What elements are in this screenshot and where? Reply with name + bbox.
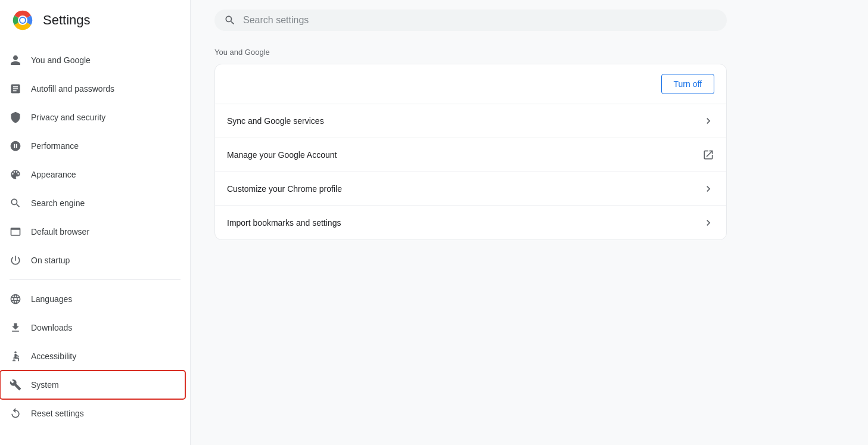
chevron-right-icon (702, 115, 714, 127)
sidebar-item-label: Appearance (31, 170, 76, 179)
customize-chrome-profile-label: Customize your Chrome profile (227, 184, 342, 194)
search-input[interactable] (243, 15, 717, 26)
import-bookmarks-row[interactable]: Import bookmarks and settings (215, 206, 726, 239)
search-icon (10, 197, 21, 209)
wrench-icon (10, 379, 21, 391)
reset-icon (10, 407, 21, 419)
search-icon (224, 14, 236, 26)
sidebar-item-label: Performance (31, 141, 79, 151)
sidebar-item-label: Languages (31, 294, 72, 304)
chevron-right-icon (702, 217, 714, 229)
autofill-icon (10, 83, 21, 95)
manage-google-account-label: Manage your Google Account (227, 150, 337, 160)
chevron-right-icon (702, 183, 714, 195)
svg-point-3 (20, 18, 25, 23)
sidebar-item-autofill-and-passwords[interactable]: Autofill and passwords (0, 74, 185, 103)
performance-icon (10, 140, 21, 152)
manage-google-account-row[interactable]: Manage your Google Account (215, 138, 726, 172)
sidebar-item-label: Accessibility (31, 351, 76, 361)
download-icon (10, 322, 21, 334)
sidebar-item-system[interactable]: System (0, 371, 185, 399)
sidebar-nav: You and Google Autofill and passwords Pr… (0, 41, 190, 445)
search-bar (214, 10, 727, 31)
sidebar-item-label: Search engine (31, 198, 85, 208)
external-link-icon (702, 149, 714, 161)
power-icon (10, 254, 21, 266)
browser-icon (10, 226, 21, 238)
sidebar-item-label: System (31, 380, 59, 390)
globe-icon (10, 293, 21, 305)
you-and-google-card: Turn off Sync and Google services Manage… (214, 64, 727, 240)
sidebar-item-label: Autofill and passwords (31, 84, 114, 94)
palette-icon (10, 169, 21, 181)
sync-google-services-label: Sync and Google services (227, 116, 324, 126)
search-bar-area (191, 0, 868, 41)
turn-off-button[interactable]: Turn off (661, 74, 714, 94)
sync-google-services-row[interactable]: Sync and Google services (215, 104, 726, 138)
sidebar: Settings You and Google Autofill and pas… (0, 0, 191, 445)
sidebar-item-label: You and Google (31, 55, 91, 65)
content-area: You and Google Turn off Sync and Google … (191, 41, 868, 264)
nav-divider (10, 279, 181, 280)
sidebar-item-appearance[interactable]: Appearance (0, 160, 185, 189)
app-title: Settings (43, 13, 91, 28)
import-bookmarks-label: Import bookmarks and settings (227, 218, 341, 228)
sidebar-item-search-engine[interactable]: Search engine (0, 189, 185, 217)
sidebar-item-privacy-and-security[interactable]: Privacy and security (0, 103, 185, 132)
sidebar-item-reset-settings[interactable]: Reset settings (0, 399, 185, 428)
chrome-logo-icon (12, 10, 33, 31)
sidebar-item-on-startup[interactable]: On startup (0, 246, 185, 275)
sidebar-item-label: On startup (31, 256, 70, 265)
main-content: You and Google Turn off Sync and Google … (191, 0, 868, 445)
person-icon (10, 54, 21, 66)
sidebar-item-default-browser[interactable]: Default browser (0, 217, 185, 246)
accessibility-icon (10, 350, 21, 362)
sidebar-item-you-and-google[interactable]: You and Google (0, 46, 185, 74)
sidebar-item-label: Default browser (31, 227, 89, 236)
sidebar-item-languages[interactable]: Languages (0, 285, 185, 313)
sidebar-item-label: Downloads (31, 323, 72, 332)
customize-chrome-profile-row[interactable]: Customize your Chrome profile (215, 172, 726, 206)
card-top: Turn off (215, 64, 726, 104)
sidebar-item-accessibility[interactable]: Accessibility (0, 342, 185, 371)
sidebar-item-label: Reset settings (31, 409, 84, 418)
shield-icon (10, 111, 21, 123)
sidebar-item-performance[interactable]: Performance (0, 132, 185, 160)
sidebar-header: Settings (0, 0, 190, 41)
section-label: You and Google (214, 48, 844, 57)
sidebar-item-label: Privacy and security (31, 113, 105, 122)
svg-point-4 (14, 351, 16, 353)
sidebar-item-downloads[interactable]: Downloads (0, 313, 185, 342)
